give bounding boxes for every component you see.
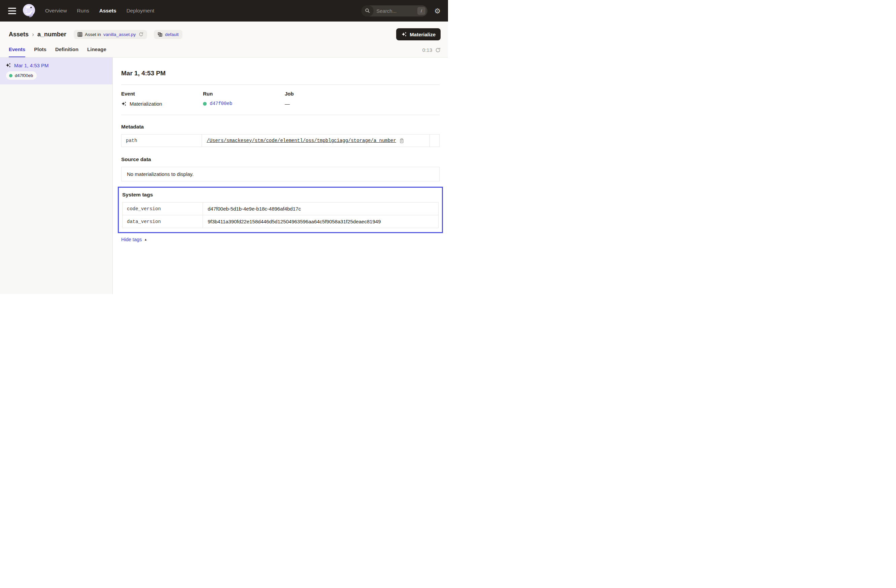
breadcrumb-asset-name: a_number: [37, 31, 66, 38]
table-row: path /Users/smackesey/stm/code/elementl/…: [122, 135, 439, 147]
tab-plots[interactable]: Plots: [34, 46, 46, 57]
event-label: Event: [121, 91, 203, 97]
reload-icon[interactable]: [139, 32, 143, 36]
tab-definition[interactable]: Definition: [55, 46, 78, 57]
slash-shortcut-hint: /: [418, 7, 425, 15]
event-list-sidebar: Mar 1, 4:53 PM d47f00eb: [0, 58, 113, 294]
table-row: code_version d47f00eb-5d1b-4e9e-b18c-489…: [122, 202, 438, 215]
search-input[interactable]: [373, 8, 418, 14]
top-nav: Overview Runs Assets Deployment / ⚙: [0, 0, 448, 21]
run-status-dot: [203, 102, 207, 106]
job-value: —: [285, 101, 440, 106]
primary-nav: Overview Runs Assets Deployment: [45, 8, 154, 14]
materialize-sparkle-icon: [401, 32, 407, 37]
tag-value: 9f3b411a390fd22e158d446d5d12504963596aa6…: [208, 219, 381, 224]
breadcrumb-assets-link[interactable]: Assets: [9, 31, 29, 38]
asset-file-link[interactable]: vanilla_asset.py: [103, 32, 136, 37]
tag-key: code_version: [122, 202, 203, 215]
run-column: Run d47f00eb: [203, 91, 285, 106]
run-tag[interactable]: d47f00eb: [6, 71, 37, 80]
asset-badge-text: Asset in: [85, 32, 101, 37]
refresh-icon[interactable]: [435, 47, 440, 53]
source-data-empty-message: No materializations to display.: [121, 167, 440, 181]
event-timestamp-link[interactable]: Mar 1, 4:53 PM: [14, 62, 49, 68]
caret-up-icon: ▲: [144, 238, 147, 241]
run-tag-id: d47f00eb: [15, 73, 33, 78]
settings-gear-icon[interactable]: ⚙: [434, 8, 440, 14]
search-icon: [361, 5, 373, 17]
materialization-sparkle-icon: [5, 62, 11, 68]
metadata-heading: Metadata: [121, 124, 440, 130]
run-label: Run: [203, 91, 285, 97]
refresh-countdown: 0:13: [422, 47, 432, 53]
dagster-logo-icon[interactable]: [22, 4, 37, 18]
event-type-value: Materialization: [130, 101, 162, 106]
nav-assets[interactable]: Assets: [99, 8, 116, 14]
run-status-dot: [9, 74, 12, 77]
copy-icon[interactable]: [399, 138, 404, 143]
system-tags-heading: System tags: [122, 192, 439, 198]
materialize-button[interactable]: Materialize: [396, 28, 440, 40]
source-data-heading: Source data: [121, 156, 440, 163]
page-header: Assets › a_number Asset in vanilla_asset…: [0, 21, 448, 58]
asset-definition-badge[interactable]: Asset in vanilla_asset.py: [74, 30, 147, 39]
event-detail-panel: Mar 1, 4:53 PM Event Materialization: [113, 58, 448, 294]
search-box[interactable]: /: [361, 5, 427, 17]
event-list-item[interactable]: Mar 1, 4:53 PM d47f00eb: [0, 58, 113, 84]
breadcrumb-separator: ›: [32, 31, 34, 38]
table-row: data_version 9f3b411a390fd22e158d446d5d1…: [122, 215, 438, 228]
system-tags-table: code_version d47f00eb-5d1b-4e9e-b18c-489…: [122, 202, 439, 228]
event-summary: Event Materialization Run: [121, 91, 440, 106]
breadcrumb: Assets › a_number Asset in vanilla_asset…: [0, 21, 448, 40]
app-window: Overview Runs Assets Deployment / ⚙ Asse…: [0, 0, 448, 294]
nav-runs[interactable]: Runs: [77, 8, 89, 14]
system-tags-highlight-box: System tags code_version d47f00eb-5d1b-4…: [118, 187, 443, 233]
metadata-table: path /Users/smackesey/stm/code/elementl/…: [121, 134, 440, 147]
menu-icon[interactable]: [8, 8, 16, 14]
materialize-label: Materialize: [410, 32, 436, 37]
tab-lineage[interactable]: Lineage: [87, 46, 107, 57]
hide-tags-label: Hide tags: [121, 237, 142, 242]
tag-key: data_version: [122, 215, 203, 228]
event-title: Mar 1, 4:53 PM: [121, 70, 440, 77]
metadata-action-cell: [430, 135, 439, 147]
metadata-key: path: [122, 135, 202, 147]
event-column: Event Materialization: [121, 91, 203, 106]
tabs: Events Plots Definition Lineage 0:13: [0, 40, 448, 57]
hide-tags-link[interactable]: Hide tags ▲: [121, 237, 147, 242]
job-label: Job: [285, 91, 440, 97]
path-link[interactable]: /Users/smackesey/stm/code/elementl/oss/t…: [207, 138, 396, 143]
repo-icon: [157, 32, 163, 37]
materialization-sparkle-icon: [121, 101, 126, 106]
nav-overview[interactable]: Overview: [45, 8, 67, 14]
tag-value: d47f00eb-5d1b-4e9e-b18c-4896af4bd17c: [208, 206, 301, 211]
repo-default-link[interactable]: default: [165, 32, 179, 37]
run-id-link[interactable]: d47f00eb: [210, 101, 232, 106]
asset-grid-icon: [78, 32, 82, 37]
job-column: Job —: [285, 91, 440, 106]
content-area: Mar 1, 4:53 PM d47f00eb Mar 1, 4:53 PM E…: [0, 58, 448, 294]
repo-badge[interactable]: default: [154, 30, 183, 39]
tab-events[interactable]: Events: [9, 46, 25, 57]
nav-deployment[interactable]: Deployment: [126, 8, 154, 14]
